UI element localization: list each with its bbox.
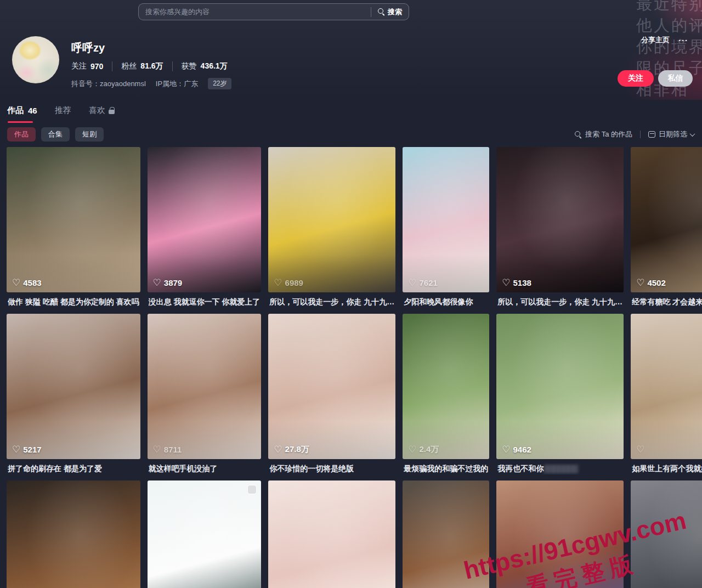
search-button[interactable]: 搜索	[371, 4, 409, 20]
stat-following[interactable]: 关注 970	[71, 61, 103, 71]
video-thumbnail[interactable]: ♡	[268, 480, 395, 588]
like-count: 4583	[23, 278, 41, 287]
stat-label: 关注	[71, 61, 87, 71]
card-caption[interactable]: 所以，可以我走一步，你走 九十九…	[497, 296, 622, 308]
video-card[interactable]: ♡ 8711 就这样吧手机没油了	[148, 314, 262, 480]
like-count: 9462	[513, 445, 531, 454]
video-thumbnail[interactable]: ♡ 5217	[7, 314, 140, 459]
video-card[interactable]: ♡ 4502 经常有糖吃 才会越来越甜吧	[631, 147, 702, 314]
filter-short-drama[interactable]: 短剧	[75, 127, 104, 142]
card-caption[interactable]: 我再也不和你▒▒▒▒▒▒▒	[497, 463, 622, 474]
follow-button[interactable]: 关注	[618, 70, 654, 87]
card-caption[interactable]: 经常有糖吃 才会越来越甜吧	[632, 296, 702, 308]
like-count: 8711	[164, 445, 182, 454]
card-caption[interactable]: 你不珍惜的一切将是绝版	[269, 463, 394, 474]
more-options-button[interactable]: ···	[678, 36, 688, 45]
stat-followers[interactable]: 粉丝 81.6万	[112, 61, 163, 71]
share-profile-button[interactable]: 分享主页	[641, 35, 670, 45]
video-thumbnail[interactable]: ♡	[631, 480, 702, 588]
stat-value: 81.6万	[140, 61, 163, 71]
video-thumbnail[interactable]: ♡ 8711	[148, 314, 262, 459]
video-thumbnail[interactable]: ♡ 2.4万	[403, 314, 489, 459]
video-card[interactable]: ♡ 4583 做作 狭隘 吃醋 都是为你定制的 喜欢吗	[7, 147, 140, 314]
like-count: 6989	[285, 278, 303, 287]
video-card[interactable]: ♡	[496, 480, 624, 588]
heart-icon: ♡	[502, 444, 510, 455]
search-button-label: 搜索	[388, 7, 402, 17]
like-count: 5138	[513, 278, 531, 287]
video-card[interactable]: ♡ 7621 夕阳和晚风都很像你	[403, 147, 489, 314]
video-thumbnail[interactable]: ♡ 27.8万	[268, 314, 395, 459]
video-card[interactable]: ♡ 6989 所以，可以我走一步，你走 九十九…	[268, 147, 395, 314]
profile-info: 呼呼zy 关注 970 粉丝 81.6万 获赞 436.1万 抖音号：zaoya…	[71, 41, 231, 89]
tab-works[interactable]: 作品46	[7, 105, 37, 118]
works-toolbar: 搜索 Ta 的作品 日期筛选	[575, 129, 694, 139]
cover-text-line: 最近特别喜	[636, 0, 702, 15]
card-caption[interactable]: 拼了命的刷存在 都是为了爱	[8, 463, 139, 474]
like-badge: ♡ 5138	[502, 277, 531, 289]
video-card[interactable]: ♡	[268, 480, 395, 588]
tab-liked[interactable]: 喜欢	[89, 105, 115, 118]
like-count: 7621	[419, 278, 437, 287]
filter-works[interactable]: 作品	[7, 127, 36, 142]
heart-icon: ♡	[12, 277, 20, 289]
card-caption[interactable]: 做作 狭隘 吃醋 都是为你定制的 喜欢吗	[8, 296, 139, 308]
like-badge: ♡ 8711	[153, 444, 182, 455]
video-thumbnail[interactable]: ♡	[496, 480, 624, 588]
video-thumbnail[interactable]: ♡	[148, 480, 262, 588]
filter-collections[interactable]: 合集	[41, 127, 70, 142]
video-thumbnail[interactable]: ♡ 3879	[148, 147, 262, 292]
card-caption[interactable]: 没出息 我就逗你一下 你就爱上了	[149, 296, 261, 308]
like-badge: ♡ 7621	[408, 277, 438, 289]
video-card[interactable]: ♡ 27.8万 你不珍惜的一切将是绝版	[268, 314, 395, 480]
douyin-id: 抖音号：zaoyaodenmsl	[71, 79, 146, 89]
video-card[interactable]: ♡ 5138 所以，可以我走一步，你走 九十九…	[496, 147, 624, 314]
age-badge: 22岁	[208, 78, 231, 89]
video-card[interactable]: ♡	[631, 480, 702, 588]
card-caption[interactable]: 最烦骗我的和骗不过我的	[404, 463, 488, 474]
search-bar[interactable]: 搜索	[138, 3, 409, 20]
video-thumbnail[interactable]: ♡ 4502	[631, 147, 702, 292]
video-card[interactable]: ♡ 5217 拼了命的刷存在 都是为了爱	[7, 314, 140, 480]
tab-label: 作品	[7, 105, 24, 116]
filter-pills: 作品 合集 短剧	[7, 127, 104, 142]
tab-recommend[interactable]: 推荐	[55, 105, 71, 118]
video-thumbnail[interactable]: ♡ 5138	[496, 147, 624, 292]
video-thumbnail[interactable]: ♡ 9462	[496, 314, 624, 459]
video-card[interactable]: ♡	[403, 480, 489, 588]
tab-label: 推荐	[55, 105, 71, 116]
card-caption[interactable]: 就这样吧手机没油了	[149, 463, 261, 474]
video-thumbnail[interactable]: ♡	[403, 480, 489, 588]
chevron-down-icon	[690, 131, 695, 137]
date-filter-button[interactable]: 日期筛选	[648, 129, 694, 139]
tab-bar: 作品46 推荐 喜欢	[7, 105, 115, 118]
video-card[interactable]: ♡	[148, 480, 262, 588]
search-works-button[interactable]: 搜索 Ta 的作品	[575, 129, 632, 139]
like-badge: ♡ 4502	[636, 277, 666, 289]
stat-label: 获赞	[182, 61, 197, 71]
video-thumbnail[interactable]: ♡ 6989	[268, 147, 395, 292]
stat-likes[interactable]: 获赞 436.1万	[172, 61, 228, 71]
video-thumbnail[interactable]: ♡	[631, 314, 702, 459]
card-caption[interactable]: 如果世上有两个我就好了 我最懂怎…	[632, 463, 702, 474]
heart-icon: ♡	[274, 277, 282, 289]
video-card[interactable]: ♡ 3879 没出息 我就逗你一下 你就爱上了	[148, 147, 262, 314]
calendar-icon	[648, 131, 655, 138]
tab-label: 喜欢	[89, 105, 105, 116]
avatar[interactable]	[12, 36, 59, 83]
toolbar-divider	[640, 131, 641, 138]
video-card[interactable]: ♡ 如果世上有两个我就好了 我最懂怎…	[631, 314, 702, 480]
profile-actions: 关注 私信	[618, 70, 693, 87]
heart-icon: ♡	[636, 444, 644, 455]
card-caption[interactable]: 所以，可以我走一步，你走 九十九…	[269, 296, 394, 308]
video-card[interactable]: ♡	[7, 480, 140, 588]
video-card[interactable]: ♡ 9462 我再也不和你▒▒▒▒▒▒▒	[496, 314, 624, 480]
video-thumbnail[interactable]: ♡	[7, 480, 140, 588]
message-button[interactable]: 私信	[658, 70, 693, 87]
video-card[interactable]: ♡ 2.4万 最烦骗我的和骗不过我的	[403, 314, 489, 480]
card-caption[interactable]: 夕阳和晚风都很像你	[404, 296, 488, 308]
heart-icon: ♡	[153, 444, 161, 455]
video-thumbnail[interactable]: ♡ 7621	[403, 147, 489, 292]
search-input[interactable]	[139, 4, 371, 20]
video-thumbnail[interactable]: ♡ 4583	[7, 147, 140, 292]
